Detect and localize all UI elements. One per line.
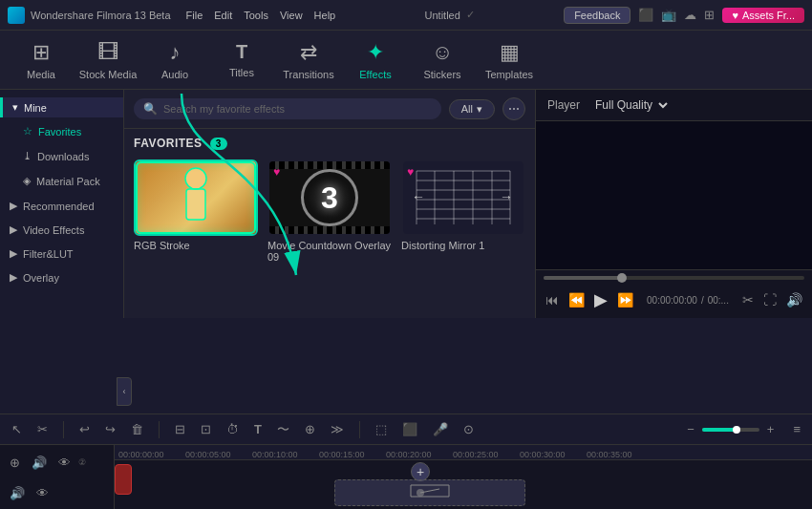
red-clip[interactable] [115,464,132,495]
cloud-icon[interactable]: ☁ [684,8,696,22]
add-clip-button[interactable]: + [411,462,430,481]
tl-select-icon[interactable]: ↖ [8,420,26,438]
tl-more-icon[interactable]: ≫ [327,420,348,438]
track-row-2: 🔊 👁 [6,479,108,506]
sidebar-filter-lut[interactable]: ▶ Filter&LUT [0,242,123,265]
toolbar-stock[interactable]: 🎞 Stock Media [75,33,141,87]
toolbar-media[interactable]: ⊞ Media [8,33,75,87]
ruler-mark-7: 00:00:35:00 [587,450,653,459]
app-title: Wondershare Filmora 13 Beta [31,10,171,21]
volume-icon[interactable]: 🔊 [784,290,804,309]
grid-icon[interactable]: ⊞ [704,8,715,22]
zoom-slider[interactable] [702,428,759,432]
audio-icon: ♪ [170,40,181,65]
tl-redo-icon[interactable]: ↪ [101,420,119,438]
ruler-mark-6: 00:00:30:00 [520,450,587,459]
sidebar-item-favorites[interactable]: ☆ Favorites [4,119,119,143]
menu-view[interactable]: View [280,10,303,21]
toolbar-effects[interactable]: ✦ Effects [342,33,409,87]
effect-thumb-rgb[interactable] [134,159,258,236]
film-strip-bottom [269,226,390,234]
logo-icon [8,7,25,24]
assets-button[interactable]: ♥ Assets Fr... [722,8,804,23]
sidebar-overlay[interactable]: ▶ Overlay [0,265,123,289]
track-vol-icon[interactable]: 🔊 [28,454,51,472]
menu-edit[interactable]: Edit [214,10,232,21]
fullscreen-icon[interactable]: ⛶ [761,290,779,309]
distort-mirror-svg: ← → [407,161,520,234]
track2-vol-icon[interactable]: 🔊 [6,484,29,502]
more-button[interactable]: ⋯ [502,97,525,120]
tl-snap-icon[interactable]: ⊕ [301,420,319,438]
step-forward-icon[interactable]: ⏩ [615,290,635,309]
download-icon: ⤓ [23,150,32,162]
tl-clip-icon[interactable]: ⬛ [398,420,421,438]
ghost-clip[interactable] [334,479,525,506]
tl-record-icon[interactable]: ⊙ [459,420,478,438]
rgb-figure-svg [172,164,220,231]
overlay-label: Overlay [23,272,59,284]
track-eye-icon[interactable]: 👁 [54,454,75,472]
tl-settings-icon[interactable]: ≡ [789,420,804,438]
zoom-in-icon[interactable]: + [763,420,779,438]
toolbar-titles[interactable]: T Titles [208,33,275,87]
star-icon: ☆ [23,125,32,138]
tl-speed-icon[interactable]: ⏱ [223,420,243,438]
cast-icon[interactable]: 📺 [661,8,676,22]
sidebar-item-downloads[interactable]: ⤓ Downloads [4,144,119,168]
toolbar-media-label: Media [27,69,55,80]
tl-text-icon[interactable]: T [250,420,266,438]
step-back-icon[interactable]: ⏪ [566,290,587,309]
search-input-wrap[interactable]: 🔍 [134,98,441,119]
player-label: Player [547,98,580,112]
heart-favorite-icon: ♥ [273,165,280,179]
tl-crop-icon[interactable]: ⊡ [197,420,215,438]
distort-heart-icon: ♥ [407,165,414,179]
track2-eye-icon[interactable]: 👁 [32,484,53,502]
tl-curve-icon[interactable]: 〜 [273,419,293,440]
timeline-tracks-label: ⊕ 🔊 👁 ② 🔊 👁 [0,445,115,509]
effect-card-countdown[interactable]: 3 ♥ Movie Countdown Overlay 09 [267,159,392,263]
sidebar-video-effects[interactable]: ▶ Video Effects [0,218,123,242]
sidebar-mine[interactable]: ▾ Mine [0,97,123,117]
track-number: ② [78,457,86,467]
zoom-dot [733,426,740,434]
monitor-icon[interactable]: ⬛ [638,8,653,22]
menu-file[interactable]: File [186,10,203,21]
skip-back-icon[interactable]: ⏮ [544,290,561,309]
tl-undo-icon[interactable]: ↩ [75,420,94,438]
ruler-mark-1: 00:00:05:00 [185,450,252,459]
collapse-sidebar-button[interactable]: ‹ [117,377,132,406]
sidebar-item-material[interactable]: ◈ Material Pack [4,169,119,193]
tl-delete-icon[interactable]: 🗑 [127,420,147,438]
play-icon[interactable]: ▶ [592,287,609,312]
effect-card-distort[interactable]: ← → ♥ Distorting Mirror 1 [401,159,525,263]
quality-select[interactable]: Full Quality Half Quality [591,97,671,113]
menu-tools[interactable]: Tools [244,10,268,21]
tl-split-icon[interactable]: ⊟ [171,420,189,438]
effects-icon: ✦ [367,40,384,65]
effect-thumb-countdown[interactable]: 3 ♥ [267,159,392,236]
tl-effects-panel-icon[interactable]: ⬚ [372,420,391,438]
zoom-out-icon[interactable]: − [683,420,698,438]
clip-icon[interactable]: ✂ [740,290,756,309]
sidebar-recommended[interactable]: ▶ Recommended [0,194,123,218]
toolbar-audio[interactable]: ♪ Audio [141,33,208,87]
effect-thumb-distort[interactable]: ← → ♥ [401,159,525,236]
toolbar-stickers[interactable]: ☺ Stickers [409,33,476,87]
search-input[interactable] [163,103,432,115]
ruler-mark-3: 00:00:15:00 [319,450,386,459]
tl-mic-icon[interactable]: 🎤 [429,420,452,438]
progress-bar[interactable] [544,276,804,280]
filter-button[interactable]: All ▾ [449,99,495,119]
toolbar-templates[interactable]: ▦ Templates [476,33,543,87]
svg-rect-1 [186,189,205,220]
track-add-icon[interactable]: ⊕ [6,454,24,472]
feedback-button[interactable]: Feedback [564,7,630,24]
menu-help[interactable]: Help [314,10,336,21]
right-controls: Feedback ⬛ 📺 ☁ ⊞ ♥ Assets Fr... [564,7,804,24]
effect-card-rgb[interactable]: RGB Stroke [134,159,258,263]
toolbar-transitions[interactable]: ⇄ Transitions [275,33,342,87]
tl-razor-icon[interactable]: ✂ [33,420,52,438]
right-controls: ✂ ⛶ 🔊 [740,290,804,309]
